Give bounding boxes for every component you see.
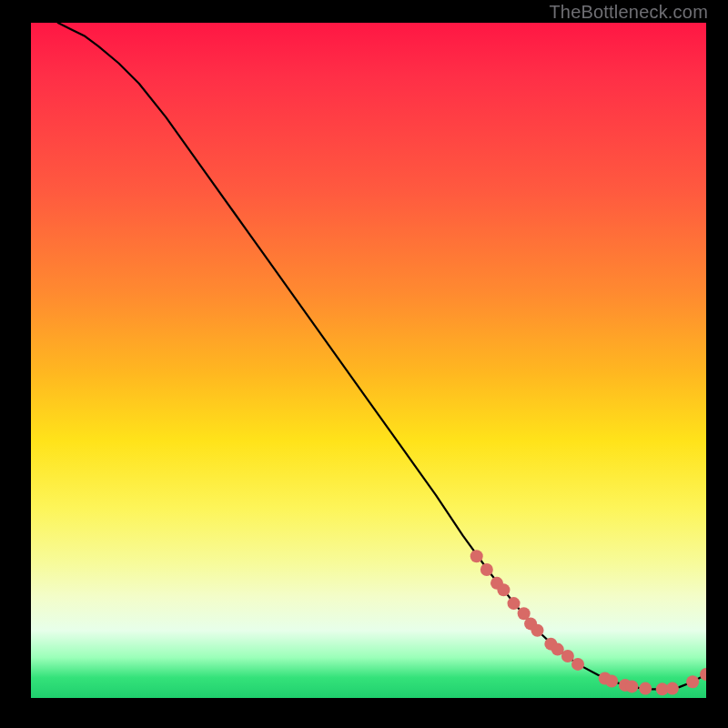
chart-stage: TheBottleneck.com [0, 0, 728, 728]
marker-dot [531, 624, 544, 637]
marker-dot [470, 550, 483, 562]
marker-group [470, 550, 706, 695]
watermark-text: TheBottleneck.com [549, 2, 708, 23]
marker-dot [561, 650, 574, 662]
plot-svg [31, 23, 706, 698]
marker-dot [480, 563, 493, 576]
marker-dot [508, 597, 521, 610]
plot-area [31, 23, 706, 698]
marker-dot [686, 675, 699, 688]
marker-dot [639, 682, 652, 695]
curve-line [58, 23, 706, 689]
marker-dot [605, 674, 618, 687]
marker-dot [497, 583, 510, 596]
marker-dot [625, 680, 638, 693]
marker-dot [700, 668, 706, 681]
marker-dot [666, 682, 679, 695]
marker-dot [571, 658, 584, 671]
